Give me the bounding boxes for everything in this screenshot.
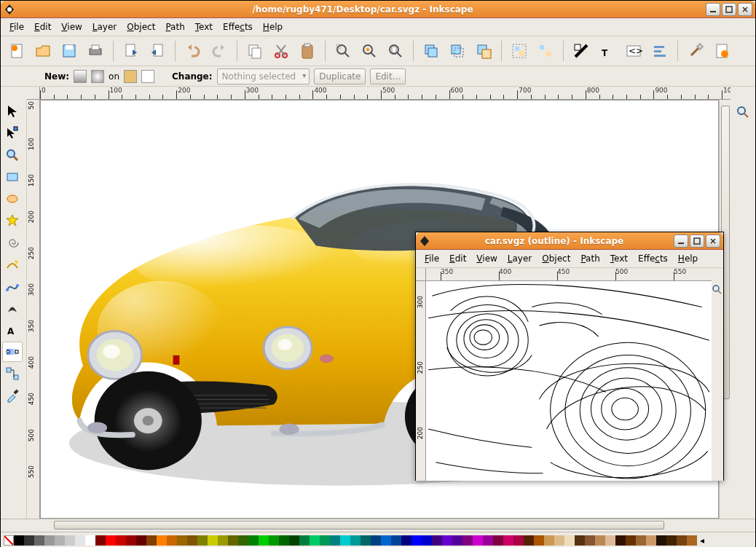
sub-menu-layer[interactable]: Layer xyxy=(503,252,536,265)
sub-maximize-button[interactable] xyxy=(690,235,704,248)
undo-button[interactable] xyxy=(181,39,205,63)
color-swatch[interactable] xyxy=(95,535,106,546)
color-swatch[interactable] xyxy=(361,535,371,546)
node-tool[interactable] xyxy=(2,123,23,143)
color-swatch[interactable] xyxy=(187,535,197,546)
color-swatch[interactable] xyxy=(615,535,626,546)
color-swatch[interactable] xyxy=(248,535,259,546)
color-swatch[interactable] xyxy=(136,535,146,546)
color-swatch[interactable] xyxy=(55,535,65,546)
sub-menu-file[interactable]: File xyxy=(420,252,444,265)
color-swatch[interactable] xyxy=(564,535,575,546)
ellipse-tool[interactable] xyxy=(2,189,23,209)
menu-file[interactable]: File xyxy=(5,20,28,34)
color-swatch[interactable] xyxy=(677,535,687,546)
color-swatch[interactable] xyxy=(442,535,452,546)
new-radial-gradient-button[interactable] xyxy=(91,70,104,83)
color-swatch[interactable] xyxy=(401,535,412,546)
group-button[interactable] xyxy=(508,39,531,63)
color-swatch[interactable] xyxy=(544,535,554,546)
zoom-drawing-button[interactable] xyxy=(358,39,381,63)
sub-vertical-ruler[interactable]: 300250200 xyxy=(416,281,426,481)
color-swatch[interactable] xyxy=(687,535,697,546)
calligraphy-tool[interactable] xyxy=(2,298,23,318)
menu-layer[interactable]: Layer xyxy=(88,20,121,34)
bezier-tool[interactable] xyxy=(2,276,23,296)
color-swatch[interactable] xyxy=(636,535,646,546)
new-document-button[interactable] xyxy=(5,39,28,63)
color-swatch[interactable] xyxy=(626,535,636,546)
text-tool[interactable]: A xyxy=(2,320,23,340)
color-swatch[interactable] xyxy=(452,535,462,546)
color-swatch[interactable] xyxy=(269,535,279,546)
edit-gradient-button[interactable]: Edit... xyxy=(370,68,406,84)
cut-button[interactable] xyxy=(269,39,293,63)
no-color-swatch[interactable] xyxy=(4,535,14,546)
menu-view[interactable]: View xyxy=(57,20,86,34)
align-dialog-button[interactable] xyxy=(648,39,672,63)
color-swatch[interactable] xyxy=(197,535,208,546)
color-swatch[interactable] xyxy=(575,535,585,546)
color-swatch[interactable] xyxy=(259,535,269,546)
color-swatch[interactable] xyxy=(34,535,44,546)
menu-text[interactable]: Text xyxy=(191,20,217,34)
color-swatch[interactable] xyxy=(65,535,75,546)
color-swatch[interactable] xyxy=(483,535,493,546)
unlink-clone-button[interactable] xyxy=(472,39,495,63)
horizontal-scrollbar[interactable] xyxy=(40,519,719,532)
color-swatch[interactable] xyxy=(656,535,666,546)
rectangle-tool[interactable] xyxy=(2,167,23,187)
color-swatch[interactable] xyxy=(513,535,524,546)
color-swatch[interactable] xyxy=(503,535,513,546)
maximize-button[interactable] xyxy=(722,3,736,16)
spiral-tool[interactable] xyxy=(2,232,23,253)
menu-help[interactable]: Help xyxy=(259,20,287,34)
xml-editor-button[interactable]: <> xyxy=(622,39,645,63)
sub-menu-path[interactable]: Path xyxy=(576,252,604,265)
zoom-in-icon[interactable] xyxy=(733,103,752,122)
color-swatch[interactable] xyxy=(228,535,238,546)
color-swatch[interactable] xyxy=(493,535,503,546)
clone-button[interactable] xyxy=(446,39,469,63)
gradient-tool[interactable] xyxy=(2,342,23,362)
sub-menu-edit[interactable]: Edit xyxy=(445,252,470,265)
menu-edit[interactable]: Edit xyxy=(30,20,55,34)
color-swatch[interactable] xyxy=(391,535,401,546)
color-swatch[interactable] xyxy=(462,535,473,546)
connector-tool[interactable] xyxy=(2,363,23,384)
vertical-ruler[interactable]: 50100150200250300350400450500550 xyxy=(27,100,40,519)
color-swatch[interactable] xyxy=(208,535,218,546)
document-properties-button[interactable] xyxy=(710,39,733,63)
color-swatch[interactable] xyxy=(646,535,656,546)
star-tool[interactable] xyxy=(2,210,23,231)
text-dialog-button[interactable]: T xyxy=(596,39,619,63)
sub-zoom-icon[interactable] xyxy=(712,281,723,294)
zoom-tool[interactable] xyxy=(2,145,23,165)
color-swatch[interactable] xyxy=(167,535,177,546)
open-button[interactable] xyxy=(31,39,55,63)
preferences-button[interactable] xyxy=(684,39,707,63)
color-swatch[interactable] xyxy=(473,535,483,546)
color-swatch[interactable] xyxy=(381,535,391,546)
color-swatch[interactable] xyxy=(412,535,422,546)
import-button[interactable] xyxy=(119,39,143,63)
color-swatch[interactable] xyxy=(279,535,289,546)
color-swatch[interactable] xyxy=(585,535,595,546)
color-swatch[interactable] xyxy=(116,535,126,546)
copy-button[interactable] xyxy=(243,39,267,63)
on-fill-button[interactable] xyxy=(124,70,137,83)
menu-object[interactable]: Object xyxy=(122,20,160,34)
color-swatch[interactable] xyxy=(554,535,564,546)
color-swatch[interactable] xyxy=(310,535,320,546)
color-swatch[interactable] xyxy=(24,535,34,546)
color-swatch[interactable] xyxy=(218,535,228,546)
color-swatch[interactable] xyxy=(146,535,157,546)
color-swatch[interactable] xyxy=(85,535,95,546)
zoom-page-button[interactable] xyxy=(384,39,407,63)
color-swatch[interactable] xyxy=(157,535,167,546)
menu-path[interactable]: Path xyxy=(161,20,189,34)
color-swatch[interactable] xyxy=(14,535,24,546)
color-swatch[interactable] xyxy=(106,535,116,546)
redo-button[interactable] xyxy=(208,39,231,63)
color-swatch[interactable] xyxy=(299,535,310,546)
